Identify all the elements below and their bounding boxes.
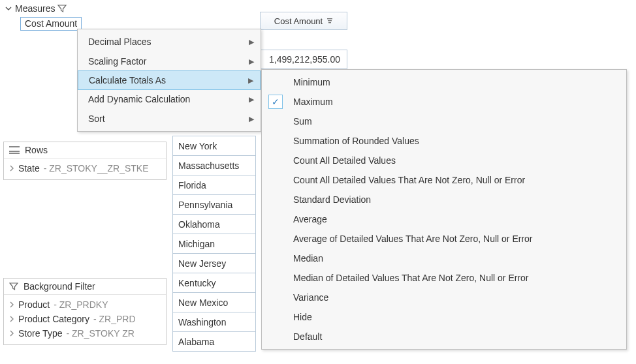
submenu-item[interactable]: Average	[262, 209, 626, 229]
measures-tree-root[interactable]: Measures	[3, 1, 167, 16]
submenu-item[interactable]: Median	[262, 249, 626, 268]
submenu-label: Sum	[293, 116, 312, 127]
state-cell[interactable]: Pennsylvania	[173, 195, 256, 215]
filter-panel-title: Background Filter	[24, 281, 95, 292]
submenu-item[interactable]: Variance	[262, 288, 626, 307]
state-cell[interactable]: Alabama	[173, 332, 256, 352]
submenu-arrow-icon: ▶	[249, 95, 254, 104]
rows-panel: Rows State - ZR_STOKY__ZR_STKE	[3, 142, 167, 180]
submenu-label: Summation of Rounded Values	[293, 136, 419, 146]
rows-panel-item[interactable]: State - ZR_STOKY__ZR_STKE	[7, 161, 163, 175]
submenu-label: Variance	[293, 292, 328, 303]
chevron-down-icon	[5, 5, 12, 12]
svg-rect-1	[328, 20, 332, 21]
submenu-item[interactable]: Hide	[262, 307, 626, 327]
rows-panel-header: Rows	[4, 142, 166, 159]
submenu-label: Average	[293, 214, 327, 224]
submenu-arrow-icon: ▶	[249, 57, 254, 66]
dimension-name: Product	[18, 299, 50, 310]
state-cell[interactable]: Kentucky	[173, 273, 256, 293]
submenu-item[interactable]: Default	[262, 327, 626, 346]
context-menu: Decimal Places▶Scaling Factor▶Calculate …	[77, 29, 261, 132]
state-cell[interactable]: New Mexico	[173, 293, 256, 312]
calculate-totals-submenu: Minimum✓MaximumSumSummation of Rounded V…	[261, 69, 627, 350]
funnel-icon	[9, 282, 18, 291]
filter-panel-item[interactable]: Store Type - ZR_STOKY ZR	[7, 326, 163, 341]
dimension-tech: - ZR_PRDKY	[54, 299, 108, 310]
submenu-item[interactable]: Minimum	[262, 72, 626, 92]
submenu-item[interactable]: ✓Maximum	[262, 92, 626, 112]
measures-label: Measures	[15, 3, 55, 14]
context-menu-label: Scaling Factor	[88, 56, 249, 67]
submenu-label: Count All Detailed Values That Are Not Z…	[293, 175, 525, 185]
svg-rect-0	[327, 18, 332, 19]
dimension-name: Product Category	[18, 314, 89, 324]
submenu-item[interactable]: Median of Detailed Values That Are Not Z…	[262, 268, 626, 288]
submenu-label: Standard Deviation	[293, 194, 371, 205]
dimension-name: Store Type	[18, 328, 62, 339]
rows-panel-title: Rows	[25, 145, 48, 155]
total-value: 1,499,212,955.00	[269, 54, 340, 65]
submenu-item[interactable]: Count All Detailed Values	[262, 151, 626, 170]
context-menu-label: Add Dynamic Calculation	[88, 94, 249, 104]
submenu-label: Maximum	[293, 97, 333, 107]
submenu-label: Minimum	[293, 77, 330, 87]
sort-icon	[326, 18, 333, 24]
submenu-label: Median of Detailed Values That Are Not Z…	[293, 273, 529, 283]
context-menu-item[interactable]: Calculate Totals As▶	[78, 70, 261, 90]
filter-panel-item[interactable]: Product Category - ZR_PRD	[7, 312, 163, 326]
state-cell[interactable]: Washington	[173, 312, 256, 332]
filter-panel: Background Filter Product - ZR_PRDKYProd…	[3, 278, 167, 345]
submenu-item[interactable]: Summation of Rounded Values	[262, 131, 626, 151]
state-cell[interactable]: Massachusetts	[173, 156, 256, 175]
context-menu-item[interactable]: Scaling Factor▶	[78, 52, 261, 71]
state-cell[interactable]: New York	[173, 136, 256, 156]
submenu-arrow-icon: ▶	[249, 115, 254, 123]
column-header-label: Cost Amount	[274, 16, 323, 26]
submenu-label: Count All Detailed Values	[293, 155, 396, 166]
submenu-label: Median	[293, 253, 323, 264]
filter-panel-item[interactable]: Product - ZR_PRDKY	[7, 297, 163, 312]
state-column: New YorkMassachusettsFloridaPennsylvania…	[172, 136, 256, 352]
context-menu-label: Sort	[88, 114, 249, 124]
submenu-item[interactable]: Count All Detailed Values That Are Not Z…	[262, 170, 626, 190]
filter-icon[interactable]	[57, 4, 67, 13]
selected-measure[interactable]: Cost Amount	[20, 17, 82, 31]
dimension-tech: - ZR_STOKY ZR	[66, 328, 135, 339]
submenu-arrow-icon: ▶	[249, 38, 254, 46]
context-menu-label: Calculate Totals As	[89, 75, 248, 85]
chevron-right-icon	[9, 165, 14, 172]
submenu-item[interactable]: Standard Deviation	[262, 190, 626, 209]
submenu-item[interactable]: Sum	[262, 112, 626, 131]
submenu-label: Default	[293, 331, 322, 342]
svg-rect-2	[328, 22, 331, 23]
context-menu-item[interactable]: Sort▶	[78, 109, 261, 129]
context-menu-item[interactable]: Decimal Places▶	[78, 32, 261, 52]
submenu-arrow-icon: ▶	[248, 76, 253, 85]
submenu-item[interactable]: Average of Detailed Values That Are Not …	[262, 229, 626, 249]
total-value-cell: 1,499,212,955.00	[260, 50, 347, 69]
dimension-tech: - ZR_STOKY__ZR_STKE	[44, 163, 149, 174]
context-menu-label: Decimal Places	[88, 37, 249, 47]
state-cell[interactable]: New Jersey	[173, 254, 256, 273]
state-cell[interactable]: Michigan	[173, 234, 256, 254]
dimension-tech: - ZR_PRD	[93, 314, 136, 324]
state-cell[interactable]: Oklahoma	[173, 215, 256, 234]
submenu-label: Average of Detailed Values That Are Not …	[293, 234, 533, 244]
context-menu-item[interactable]: Add Dynamic Calculation▶	[78, 89, 261, 109]
rows-icon	[9, 146, 20, 154]
filter-panel-header: Background Filter	[4, 279, 166, 295]
chevron-right-icon	[9, 330, 14, 337]
check-icon: ✓	[268, 95, 283, 109]
submenu-label: Hide	[293, 312, 312, 322]
chevron-right-icon	[9, 301, 14, 308]
column-header-cost-amount[interactable]: Cost Amount	[260, 12, 347, 30]
dimension-name: State	[18, 163, 40, 174]
chevron-right-icon	[9, 316, 14, 322]
state-cell[interactable]: Florida	[173, 175, 256, 195]
